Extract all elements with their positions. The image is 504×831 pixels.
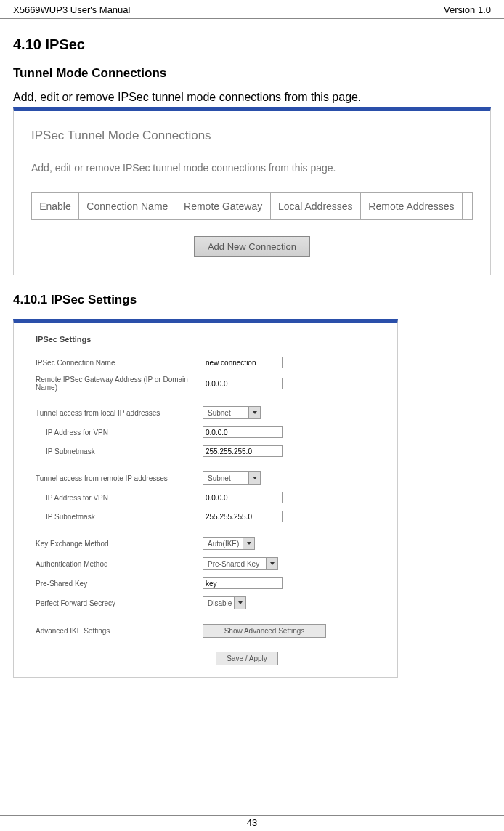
panel-description: Add, edit or remove IPSec tunnel mode co… — [31, 162, 473, 174]
page-content: 4.10 IPSec Tunnel Mode Connections Add, … — [0, 19, 504, 678]
subsection2-title: 4.10.1 IPSec Settings — [13, 293, 491, 307]
connections-table: Enable Connection Name Remote Gateway Lo… — [31, 192, 473, 220]
panel-title: IPSec Tunnel Mode Connections — [31, 129, 473, 143]
row-key-exchange: Key Exchange Method Auto(IKE) — [36, 537, 378, 550]
col-remote-addresses: Remote Addresses — [360, 193, 462, 220]
label-subnet-remote: IP Subnetmask — [36, 513, 203, 521]
input-ip-vpn-remote[interactable] — [203, 492, 283, 503]
header-right: Version 1.0 — [444, 4, 491, 15]
col-actions — [463, 193, 473, 220]
subsection-title: Tunnel Mode Connections — [13, 66, 491, 81]
row-connection-name: IPSec Connection Name — [36, 357, 378, 368]
label-advanced-ike: Advanced IKE Settings — [36, 627, 203, 635]
row-tunnel-local: Tunnel access from local IP addresses Su… — [36, 406, 378, 419]
row-ip-vpn-remote: IP Address for VPN — [36, 492, 378, 503]
select-pfs[interactable]: Disable — [203, 596, 246, 609]
settings-title: IPSec Settings — [36, 335, 378, 344]
label-pfs: Perfect Forward Secrecy — [36, 599, 203, 607]
row-tunnel-remote: Tunnel access from remote IP addresses S… — [36, 471, 378, 485]
input-subnet-remote[interactable] — [203, 511, 283, 522]
select-pfs-value: Disable — [203, 597, 234, 609]
col-local-addresses: Local Addresses — [270, 193, 360, 220]
select-key-exchange-value: Auto(IKE) — [203, 538, 243, 549]
select-auth-method-value: Pre-Shared Key — [203, 558, 266, 569]
input-remote-gateway[interactable] — [203, 378, 283, 389]
input-psk[interactable] — [203, 577, 283, 589]
chevron-down-icon — [234, 597, 245, 609]
chevron-down-icon — [243, 538, 254, 549]
chevron-down-icon — [266, 558, 277, 569]
page-header: X5669WUP3 User's Manual Version 1.0 — [0, 0, 504, 19]
add-new-connection-button[interactable]: Add New Connection — [194, 236, 310, 257]
row-subnet-local: IP Subnetmask — [36, 445, 378, 457]
row-psk: Pre-Shared Key — [36, 577, 378, 589]
row-advanced-ike: Advanced IKE Settings Show Advanced Sett… — [36, 624, 378, 638]
select-tunnel-remote-value: Subnet — [203, 472, 248, 484]
row-auth-method: Authentication Method Pre-Shared Key — [36, 557, 378, 570]
ipsec-connections-panel: IPSec Tunnel Mode Connections Add, edit … — [13, 107, 491, 275]
label-psk: Pre-Shared Key — [36, 580, 203, 588]
select-key-exchange[interactable]: Auto(IKE) — [203, 537, 255, 550]
section-title: 4.10 IPSec — [13, 36, 491, 53]
label-tunnel-remote: Tunnel access from remote IP addresses — [36, 474, 203, 482]
ipsec-settings-panel: IPSec Settings IPSec Connection Name Rem… — [13, 319, 398, 678]
save-apply-button[interactable]: Save / Apply — [216, 652, 278, 665]
show-advanced-settings-button[interactable]: Show Advanced Settings — [203, 624, 326, 638]
col-connection-name: Connection Name — [78, 193, 176, 220]
select-auth-method[interactable]: Pre-Shared Key — [203, 557, 278, 570]
label-ip-vpn-remote: IP Address for VPN — [36, 494, 203, 502]
label-ip-vpn-local: IP Address for VPN — [36, 429, 203, 437]
input-subnet-local[interactable] — [203, 445, 283, 457]
header-left: X5669WUP3 User's Manual — [13, 4, 130, 15]
chevron-down-icon — [248, 472, 260, 484]
input-ip-vpn-local[interactable] — [203, 426, 283, 438]
col-enable: Enable — [32, 193, 79, 220]
page-number: 43 — [247, 817, 257, 828]
row-pfs: Perfect Forward Secrecy Disable — [36, 596, 378, 609]
page-footer: 43 — [0, 815, 504, 828]
label-tunnel-local: Tunnel access from local IP addresses — [36, 409, 203, 417]
label-remote-gateway: Remote IPSec Gateway Address (IP or Doma… — [36, 376, 203, 392]
label-subnet-local: IP Subnetmask — [36, 447, 203, 455]
select-tunnel-local[interactable]: Subnet — [203, 406, 261, 419]
intro-text: Add, edit or remove IPSec tunnel mode co… — [13, 91, 491, 104]
select-tunnel-local-value: Subnet — [203, 407, 248, 418]
chevron-down-icon — [248, 407, 260, 418]
row-remote-gateway: Remote IPSec Gateway Address (IP or Doma… — [36, 376, 378, 392]
row-subnet-remote: IP Subnetmask — [36, 511, 378, 522]
label-key-exchange: Key Exchange Method — [36, 540, 203, 548]
col-remote-gateway: Remote Gateway — [176, 193, 270, 220]
input-connection-name[interactable] — [203, 357, 283, 368]
label-auth-method: Authentication Method — [36, 560, 203, 568]
label-connection-name: IPSec Connection Name — [36, 359, 203, 367]
select-tunnel-remote[interactable]: Subnet — [203, 471, 261, 485]
row-ip-vpn-local: IP Address for VPN — [36, 426, 378, 438]
